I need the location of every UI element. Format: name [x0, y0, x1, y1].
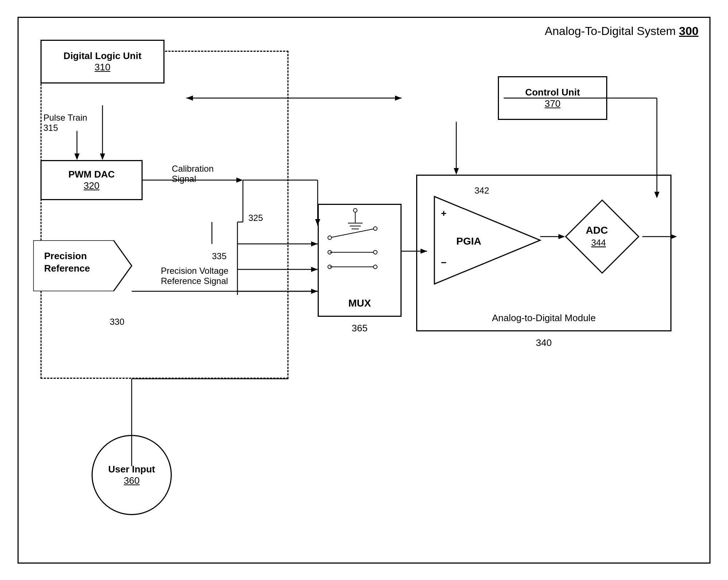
- outer-frame: Analog-To-Digital System 300 Calibration…: [18, 17, 710, 564]
- svg-line-8: [330, 229, 375, 238]
- svg-marker-48: [311, 289, 318, 294]
- svg-text:+: +: [441, 208, 446, 219]
- pulse-train-label: Pulse Train 315: [43, 113, 87, 133]
- svg-point-13: [373, 250, 377, 254]
- precision-reference: Precision Reference: [33, 240, 139, 293]
- user-input-circle: User Input 360: [92, 435, 172, 515]
- svg-text:ADC: ADC: [586, 225, 608, 236]
- svg-text:Reference: Reference: [44, 263, 90, 274]
- svg-marker-44: [311, 241, 318, 246]
- svg-marker-21: [566, 200, 639, 273]
- svg-text:Precision: Precision: [44, 250, 87, 261]
- svg-point-10: [373, 227, 377, 230]
- digital-logic-box: Digital Logic Unit 310: [40, 40, 164, 83]
- svg-text:−: −: [441, 257, 446, 268]
- adc-module-label: Analog-to-Digital Module: [492, 312, 596, 324]
- system-title: Analog-To-Digital System 300: [545, 24, 698, 38]
- svg-point-7: [353, 209, 357, 212]
- label-330: 330: [110, 317, 124, 327]
- pgia-number-label: 342: [475, 186, 489, 196]
- label-325: 325: [248, 213, 263, 223]
- svg-marker-30: [395, 96, 402, 101]
- svg-marker-17: [434, 196, 540, 284]
- mux-box: MUX 365: [318, 204, 402, 317]
- pwm-dac-box: PWM DAC 320: [40, 160, 143, 200]
- pvrs-label: Precision Voltage Reference Signal: [161, 266, 228, 287]
- control-unit-box: Control Unit 370: [498, 76, 607, 120]
- label-335: 335: [212, 251, 226, 261]
- svg-marker-32: [454, 168, 459, 175]
- adc-module-number: 340: [536, 337, 551, 349]
- svg-point-9: [328, 236, 332, 240]
- svg-point-16: [373, 265, 377, 269]
- svg-text:344: 344: [591, 238, 606, 248]
- calibration-signal-label: Calibration Signal: [172, 164, 214, 184]
- svg-marker-46: [311, 267, 318, 272]
- adc-container: ADC 344: [562, 196, 642, 278]
- svg-text:PGIA: PGIA: [456, 235, 481, 247]
- mux-number: 365: [352, 323, 367, 334]
- pgia-container: + − PGIA 342: [427, 189, 547, 293]
